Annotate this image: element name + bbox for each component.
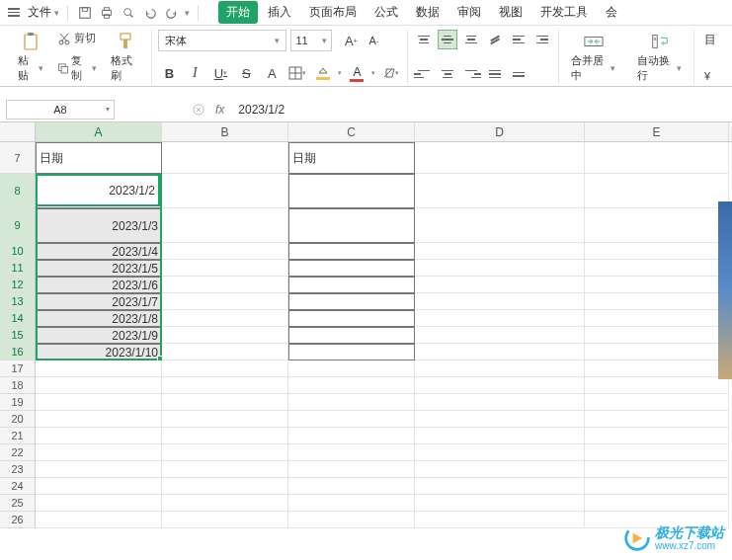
cell-A18[interactable] [36,377,162,394]
row-header-19[interactable]: 19 [0,394,35,411]
tab-formula[interactable]: 公式 [366,1,406,24]
align-right-button[interactable] [461,64,481,84]
cell-B22[interactable] [162,444,288,461]
cell-E9[interactable] [585,208,729,243]
cell-E12[interactable] [585,277,729,293]
cell-D23[interactable] [415,461,585,478]
cell-D21[interactable] [415,428,585,444]
row-header-21[interactable]: 21 [0,428,35,444]
row-header-18[interactable]: 18 [0,377,35,394]
tab-layout[interactable]: 页面布局 [301,1,365,24]
cell-D8[interactable] [415,174,585,208]
name-box[interactable]: A8 ▾ [6,100,115,120]
cell-C19[interactable] [288,394,415,411]
cut-button[interactable]: 剪切 [53,29,102,47]
preview-icon[interactable] [120,4,137,22]
cell-E7[interactable] [585,142,729,174]
cell-C18[interactable] [288,377,415,394]
cell-A7[interactable]: 日期 [36,142,162,174]
cell-B10[interactable] [162,243,288,260]
orientation-button[interactable] [485,30,505,49]
cell-C21[interactable] [288,428,415,444]
cell-E16[interactable] [585,344,729,360]
cell-C9[interactable] [288,208,415,243]
save-icon[interactable] [76,4,94,22]
bold-button[interactable]: B [158,62,180,84]
cancel-icon[interactable] [190,101,207,119]
align-bottom-button[interactable] [461,30,481,49]
cell-D13[interactable] [415,293,585,310]
cell-A12[interactable]: 2023/1/6 [36,277,162,293]
cell-A15[interactable]: 2023/1/9 [36,327,162,344]
cell-E10[interactable] [585,243,729,260]
cell-C25[interactable] [288,495,415,512]
cell-A14[interactable]: 2023/1/8 [36,310,162,327]
cell-E13[interactable] [585,293,729,310]
cell-C12[interactable] [288,277,415,293]
cell-B24[interactable] [162,478,288,495]
cell-E18[interactable] [585,377,729,394]
cell-C14[interactable] [288,310,415,327]
underline-button[interactable]: U▾ [209,62,231,84]
cell-A11[interactable]: 2023/1/5 [36,260,162,277]
qat-more-icon[interactable]: ▾ [185,8,190,18]
cell-B20[interactable] [162,411,288,428]
row-header-26[interactable]: 26 [0,512,35,528]
cell-C24[interactable] [288,478,415,495]
cell-A21[interactable] [36,428,162,444]
tab-start[interactable]: 开始 [218,1,258,24]
tab-view[interactable]: 视图 [491,1,530,24]
cell-D26[interactable] [415,512,585,528]
cell-E11[interactable] [585,260,729,277]
align-top-button[interactable] [414,30,434,49]
cell-E21[interactable] [585,428,729,444]
indent-increase-button[interactable] [532,30,552,49]
redo-icon[interactable] [163,4,181,22]
cell-B13[interactable] [162,293,288,310]
cell-B19[interactable] [162,394,288,411]
border-button[interactable]: ▾ [286,62,308,84]
cell-E23[interactable] [585,461,729,478]
cell-A13[interactable]: 2023/1/7 [36,293,162,310]
cell-A24[interactable] [36,478,162,495]
row-header-25[interactable]: 25 [0,495,35,512]
col-header-B[interactable]: B [162,122,288,141]
typography-button[interactable]: A [261,62,283,84]
paste-button[interactable]: 粘贴▾ [12,30,49,85]
cell-A25[interactable] [36,495,162,512]
cell-B14[interactable] [162,310,288,327]
number-format-button[interactable]: 目 [700,30,720,50]
cell-E20[interactable] [585,411,729,428]
cell-C20[interactable] [288,411,415,428]
cell-C7[interactable]: 日期 [288,142,415,174]
cell-A23[interactable] [36,461,162,478]
italic-button[interactable]: I [184,62,205,84]
decrease-font-icon[interactable]: A- [363,30,384,51]
increase-font-icon[interactable]: A+ [340,30,362,51]
cell-E25[interactable] [585,495,729,512]
cell-D11[interactable] [415,260,585,277]
chevron-down-icon[interactable]: ▾ [371,69,375,77]
col-header-C[interactable]: C [288,122,415,141]
row-header-13[interactable]: 13 [0,293,35,310]
indent-decrease-button[interactable] [509,30,529,49]
cell-D9[interactable] [415,208,585,243]
cell-B23[interactable] [162,461,288,478]
cell-C15[interactable] [288,327,415,344]
cell-A19[interactable] [36,394,162,411]
cell-B7[interactable] [162,142,288,174]
cell-A9[interactable]: 2023/1/3 [36,208,162,243]
cell-C23[interactable] [288,461,415,478]
cell-B25[interactable] [162,495,288,512]
cell-A8[interactable]: 2023/1/2 [36,174,162,208]
copy-button[interactable]: 复制▾ [53,51,102,85]
cell-B17[interactable] [162,360,288,377]
cell-B15[interactable] [162,327,288,344]
cell-D18[interactable] [415,377,585,394]
cell-D7[interactable] [415,142,585,174]
select-all-corner[interactable] [0,122,36,142]
cell-D10[interactable] [415,243,585,260]
cell-B26[interactable] [162,512,288,528]
cell-B11[interactable] [162,260,288,277]
tab-dev[interactable]: 开发工具 [532,1,596,24]
